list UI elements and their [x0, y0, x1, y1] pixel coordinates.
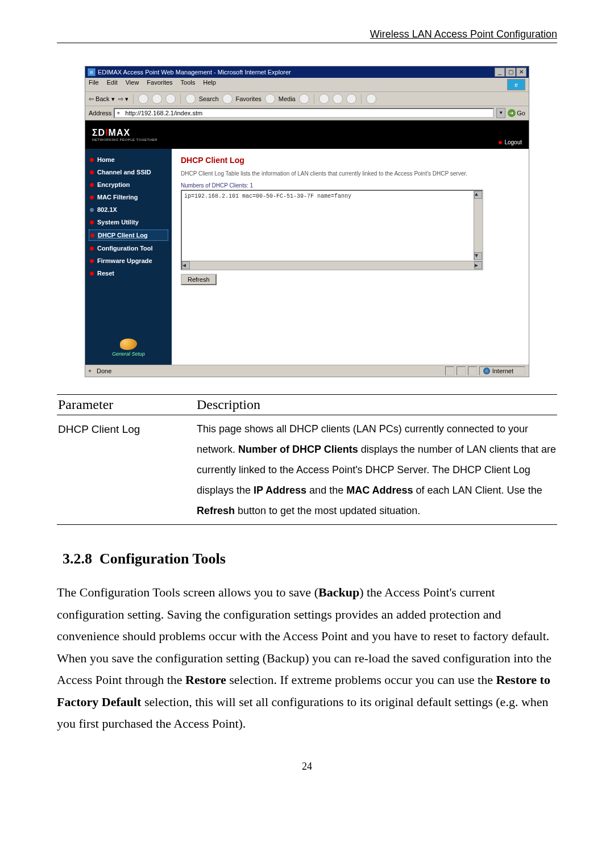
page-header: ΣDIMAX NETWORKING PEOPLE TOGETHER Logout	[85, 120, 529, 149]
address-input[interactable]: e http://192.168.2.1/index.stm	[114, 108, 494, 118]
th-parameter: Parameter	[57, 395, 196, 415]
print-icon[interactable]	[333, 94, 343, 104]
minimize-button[interactable]: _	[495, 68, 505, 77]
sidebar-item-reset[interactable]: Reset	[89, 268, 168, 278]
scroll-down-icon[interactable]: ▼	[474, 252, 482, 260]
status-text: Done	[97, 368, 111, 374]
logout-link[interactable]: Logout	[499, 139, 522, 149]
sidebar-item-home[interactable]: Home	[89, 155, 168, 165]
client-count: Numbers of DHCP Clients: 1	[181, 182, 520, 189]
sidebar-item-encryption[interactable]: Encryption	[89, 180, 168, 190]
stop-icon[interactable]	[138, 94, 148, 104]
sidebar-item-dhcp-client-log[interactable]: DHCP Client Log	[89, 229, 168, 241]
sidebar-item-8021x[interactable]: 802.1X	[89, 205, 168, 215]
discuss-icon[interactable]	[366, 94, 376, 104]
scroll-up-icon[interactable]: ▲	[474, 191, 482, 199]
menu-view[interactable]: View	[126, 79, 139, 90]
history-icon[interactable]	[299, 94, 309, 104]
log-line: ip=192.168.2.101 mac=00-50-FC-51-39-7F n…	[184, 193, 351, 199]
favorites-icon[interactable]	[222, 94, 233, 104]
section-heading: 3.2.8 Configuration Tools	[63, 550, 557, 567]
section-body: The Configuration Tools screen allows yo…	[57, 582, 557, 735]
forward-button[interactable]: ⇨ ▾	[118, 95, 128, 103]
parameter-table: Parameter Description DHCP Client Log Th…	[57, 394, 557, 525]
menu-favorites[interactable]: Favorites	[147, 79, 172, 90]
media-label[interactable]: Media	[279, 95, 296, 102]
menubar: File Edit View Favorites Tools Help e	[85, 78, 529, 92]
bullet-icon	[499, 141, 502, 144]
param-name: DHCP Client Log	[57, 415, 196, 525]
general-setup-label: General Setup	[89, 351, 168, 357]
scrollbar-horizontal[interactable]: ◀ ▶	[182, 261, 482, 269]
menu-file[interactable]: File	[89, 79, 99, 90]
ie-icon: e	[88, 68, 96, 76]
th-description: Description	[196, 395, 557, 415]
page-icon: e	[117, 110, 123, 116]
favorites-label[interactable]: Favorites	[236, 95, 262, 102]
address-dropdown[interactable]: ▼	[496, 108, 505, 118]
ie-throbber-icon: e	[507, 79, 525, 90]
menu-tools[interactable]: Tools	[181, 79, 196, 90]
general-setup-icon[interactable]: General Setup	[89, 333, 168, 359]
window-title: EDIMAX Access Point Web Management - Mic…	[98, 69, 291, 76]
sidebar-item-mac-filtering[interactable]: MAC Filtering	[89, 192, 168, 202]
refresh-icon[interactable]	[152, 94, 162, 104]
sidebar: Home Channel and SSID Encryption MAC Fil…	[85, 149, 172, 365]
media-icon[interactable]	[265, 94, 275, 104]
home-icon[interactable]	[165, 94, 176, 104]
sidebar-item-channel-ssid[interactable]: Channel and SSID	[89, 167, 168, 177]
mail-icon[interactable]	[319, 94, 329, 104]
titlebar: e EDIMAX Access Point Web Management - M…	[85, 66, 529, 78]
page-number: 24	[57, 761, 557, 773]
globe-icon	[120, 339, 137, 350]
ie-window: e EDIMAX Access Point Web Management - M…	[85, 66, 529, 377]
doc-header: Wireless LAN Access Point Configuration	[57, 28, 557, 43]
done-icon: e	[89, 368, 94, 374]
menu-edit[interactable]: Edit	[107, 79, 118, 90]
search-icon[interactable]	[185, 94, 196, 104]
go-icon: ➜	[508, 109, 516, 117]
content-desc: DHCP Client Log Table lists the informat…	[181, 170, 520, 177]
toolbar: ⇦ Back ▾ ⇨ ▾ Search Favorites Media	[85, 92, 529, 106]
edit-icon[interactable]	[346, 94, 356, 104]
internet-zone-icon	[483, 368, 490, 374]
address-label: Address	[89, 110, 111, 116]
refresh-button[interactable]: Refresh	[181, 274, 217, 285]
search-label[interactable]: Search	[199, 95, 219, 102]
param-desc: This page shows all DHCP clients (LAN PC…	[196, 415, 557, 525]
content-title: DHCP Client Log	[181, 156, 520, 165]
go-button[interactable]: ➜ Go	[508, 109, 525, 117]
menu-help[interactable]: Help	[203, 79, 216, 90]
scroll-right-icon[interactable]: ▶	[474, 261, 482, 269]
edimax-logo: ΣDIMAX NETWORKING PEOPLE TOGETHER	[92, 128, 157, 141]
statusbar: e Done Internet	[85, 365, 529, 377]
content-pane: DHCP Client Log DHCP Client Log Table li…	[172, 149, 529, 365]
maximize-button[interactable]: ▢	[505, 68, 516, 77]
close-button[interactable]: ✕	[516, 68, 526, 77]
address-url: http://192.168.2.1/index.stm	[125, 110, 202, 116]
back-button[interactable]: ⇦ Back ▾	[89, 95, 115, 103]
sidebar-item-system-utility[interactable]: System Utility	[89, 217, 168, 227]
security-zone[interactable]: Internet	[479, 366, 525, 375]
sidebar-item-firmware-upgrade[interactable]: Firmware Upgrade	[89, 256, 168, 266]
sidebar-item-configuration-tool[interactable]: Configuration Tool	[89, 243, 168, 253]
addressbar: Address e http://192.168.2.1/index.stm ▼…	[85, 106, 529, 120]
scroll-left-icon[interactable]: ◀	[182, 261, 190, 269]
dhcp-log-textarea[interactable]: ip=192.168.2.101 mac=00-50-FC-51-39-7F n…	[181, 190, 483, 270]
scrollbar-vertical[interactable]: ▲ ▼	[474, 191, 482, 260]
